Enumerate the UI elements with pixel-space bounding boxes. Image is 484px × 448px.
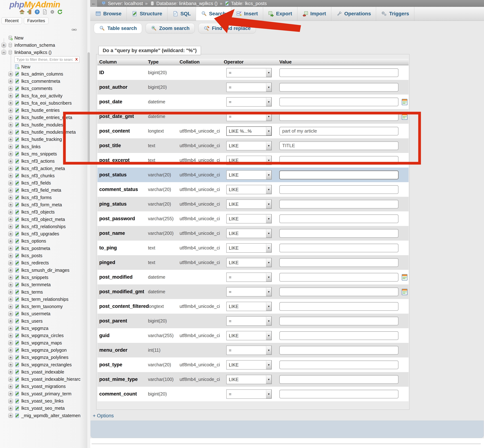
sidebar-table-lkcs_snippets[interactable]: + lkcs_snippets [0,274,90,281]
value-input-to_ping[interactable] [279,244,398,252]
expander-icon[interactable]: + [8,195,13,200]
calendar-icon-post_modified[interactable] [401,273,408,281]
expander-icon[interactable]: + [8,326,13,331]
expander-icon[interactable]: + [8,210,13,215]
scrollbar-thumb[interactable] [88,52,90,164]
chevron-down-icon[interactable]: ▼ [266,112,271,121]
options-toggle-link[interactable]: + Options [93,413,114,419]
phpmyadmin-logo[interactable]: phpMyAdmin [9,0,60,9]
sidebar-table-lkcs_comments[interactable]: + lkcs_comments [0,85,90,92]
operator-select-menu_order[interactable]: = ▼ [226,345,272,355]
sidebar-table-lkcs_nf3_fields[interactable]: + lkcs_nf3_fields [0,179,90,186]
home-icon[interactable] [19,9,25,15]
chevron-down-icon[interactable]: ▼ [266,141,271,150]
expander-icon[interactable]: + [8,253,13,258]
sidebar-table-lkcs_fca_eoi_activity[interactable]: + lkcs_fca_eoi_activity [0,92,90,99]
expander-icon[interactable]: + [8,333,13,338]
expander-icon[interactable]: + [8,202,13,207]
panel-tab-favorites[interactable]: Favorites [24,17,49,24]
sidebar-table-lkcs_nf3_objects[interactable]: + lkcs_nf3_objects [0,208,90,216]
operator-select-post_date[interactable]: = ▼ [226,97,272,107]
calendar-icon-post_date_gmt[interactable] [401,112,408,120]
chevron-down-icon[interactable]: ▼ [266,360,271,369]
tab-triggers[interactable]: Triggers [376,7,414,21]
sidebar-table-lkcs_wpgmza_polygon[interactable]: + lkcs_wpgmza_polygon [0,346,90,354]
operator-select-post_author[interactable]: = ▼ [226,83,272,92]
expander-icon[interactable]: + [8,297,13,302]
sidebar-table-lkcs_smush_dir_images[interactable]: + lkcs_smush_dir_images [0,267,90,274]
operator-select-pinged[interactable]: LIKE ▼ [226,258,272,267]
operator-select-ID[interactable]: = ▼ [226,68,272,77]
sidebar-table-lkcs_yoast_seo_meta[interactable]: + lkcs_yoast_seo_meta [0,405,90,412]
expander-icon[interactable]: + [8,399,13,403]
expander-icon[interactable]: + [8,413,13,418]
sidebar-table-lkcs_term_relationships[interactable]: + lkcs_term_relationships [0,296,90,303]
value-input-menu_order[interactable] [279,346,398,355]
value-input-post_mime_type[interactable] [279,375,398,384]
chevron-down-icon[interactable]: ▼ [266,346,271,355]
operator-select-post_status[interactable]: LIKE ▼ [226,170,272,180]
chevron-down-icon[interactable]: ▼ [266,375,271,384]
expander-icon[interactable]: + [8,86,13,91]
expander-icon[interactable]: + [8,377,13,382]
sidebar-table-lkcs_nf3_upgrades[interactable]: + lkcs_nf3_upgrades [0,230,90,238]
chevron-down-icon[interactable]: ▼ [266,127,271,136]
sidebar-table-lkcs_nf3_forms[interactable]: + lkcs_nf3_forms [0,194,90,201]
tree-filter-input[interactable] [15,56,79,63]
operator-select-comment_count[interactable]: = ▼ [226,389,272,399]
operator-select-post_title[interactable]: LIKE ▼ [226,141,272,150]
breadcrumb-part[interactable]: Database: linkbana_wplkcs () [150,1,218,6]
value-input-post_title[interactable] [279,141,398,150]
breadcrumb-part[interactable]: Server: localhost [101,1,143,6]
sidebar-table-lkcs_wpgmza_rectangles[interactable]: + lkcs_wpgmza_rectangles [0,361,90,368]
expander-icon[interactable]: + [8,108,13,113]
expander-icon[interactable]: + [8,159,13,164]
operator-select-comment_status[interactable]: LIKE ▼ [226,185,272,194]
sidebar-table-lkcs_yoast_indexable[interactable]: + lkcs_yoast_indexable [0,368,90,376]
value-input-ID[interactable] [279,68,398,77]
panel-tab-recent[interactable]: Recent [1,17,22,24]
chevron-down-icon[interactable]: ▼ [266,302,271,311]
back-button[interactable]: ← [90,0,98,7]
operator-select-post_mime_type[interactable]: LIKE ▼ [226,375,272,384]
expander-icon[interactable]: + [8,137,13,142]
expander-icon[interactable]: + [8,319,13,323]
expander-icon[interactable]: + [8,115,13,120]
expander-icon[interactable]: + [8,304,13,309]
calendar-icon-post_modified_gmt[interactable] [401,288,408,296]
operator-select-post_excerpt[interactable]: LIKE ▼ [226,156,272,165]
value-input-post_date[interactable] [279,97,398,106]
sidebar-table-lkcs_yoast_indexable_hierarc[interactable]: + lkcs_yoast_indexable_hierarc [0,376,90,383]
chevron-down-icon[interactable]: ▼ [266,244,271,252]
expander-icon[interactable]: + [8,217,13,222]
refresh-icon[interactable] [57,9,63,15]
expander-icon[interactable]: + [1,43,6,48]
tab-search[interactable]: Search [196,7,231,21]
chevron-down-icon[interactable]: ▼ [266,273,271,281]
chevron-down-icon[interactable]: ▼ [266,229,271,238]
tab-import[interactable]: Import [297,7,331,21]
expander-icon[interactable]: + [8,188,13,193]
tab-sql[interactable]: SQL [167,7,196,21]
operator-select-post_name[interactable]: LIKE ▼ [226,229,272,238]
chevron-down-icon[interactable]: ▼ [266,97,271,106]
value-input-pinged[interactable] [279,258,398,267]
sidebar-table-lkcs_links[interactable]: + lkcs_links [0,143,90,150]
chevron-down-icon[interactable]: ▼ [266,258,271,267]
tab-operations[interactable]: Operations [331,7,376,21]
sidebar-table-lkcs_users[interactable]: + lkcs_users [0,317,90,325]
expander-icon[interactable]: + [8,312,13,316]
operator-select-post_password[interactable]: LIKE ▼ [226,214,272,224]
operator-select-post_modified_gmt[interactable]: = ▼ [226,287,272,296]
value-input-ping_status[interactable] [279,200,398,208]
sidebar-table-lkcs_nf3_relationships[interactable]: + lkcs_nf3_relationships [0,223,90,230]
value-input-post_type[interactable] [279,360,398,369]
sidebar-table-lkcs_hustle_modules[interactable]: + lkcs_hustle_modules [0,121,90,128]
value-input-post_excerpt[interactable] [279,156,398,165]
operator-select-post_modified[interactable]: = ▼ [226,272,272,282]
value-input-post_modified[interactable] [279,273,398,281]
chevron-down-icon[interactable]: ▼ [266,83,271,92]
expander-icon[interactable]: + [8,261,13,265]
sidebar-table-lkcs_hustle_tracking[interactable]: + lkcs_hustle_tracking [0,136,90,143]
sidebar-table-lkcs_redirects[interactable]: + lkcs_redirects [0,259,90,267]
